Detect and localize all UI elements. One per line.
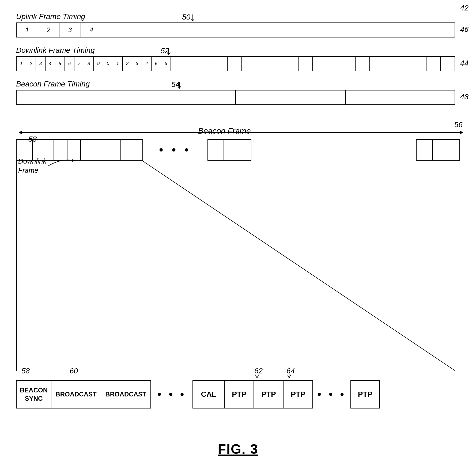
downlink-bar: 1 2 3 4 5 6 7 8 9 0 1 2 3 4 5 6 (16, 56, 455, 71)
uplink-label: Uplink Frame Timing (16, 12, 455, 21)
uplink-arrow-svg (190, 14, 198, 22)
ref64-arrow (281, 367, 297, 380)
beacon-timing-section: Beacon Frame Timing 54 48 (16, 80, 455, 105)
uplink-cell-3: 3 (59, 23, 81, 37)
ref62-arrow (249, 367, 265, 380)
box-ptp-3: PTP (284, 380, 313, 408)
uplink-ref: 42 (460, 4, 469, 12)
bottom-dots-2: • • • (313, 389, 350, 400)
downlink-timing-section: Downlink Frame Timing 52 44 1 2 3 4 5 6 … (16, 46, 455, 71)
downlink-frame-arrow-line (48, 155, 80, 171)
uplink-bar: 1 2 3 4 (16, 22, 455, 37)
box-beacon-sync: BEACONSYNC (16, 380, 51, 408)
box-ptp-1: PTP (225, 380, 254, 408)
uplink-cell-4: 4 (81, 23, 102, 37)
middle-dots: • • • (143, 144, 207, 156)
diagram: Uplink Frame Timing 50 42 46 1 2 3 4 Dow… (0, 0, 476, 473)
fig-label: FIG. 3 (218, 441, 258, 457)
downlink-arrow-svg (166, 48, 174, 56)
box-ptp-last: PTP (350, 380, 380, 408)
box-broadcast-1: BROADCAST (51, 380, 101, 408)
uplink-cell-empty (102, 23, 455, 37)
downlink-label: Downlink Frame Timing (16, 46, 455, 55)
uplink-cell-1: 1 (17, 23, 38, 37)
beacon-timing-bar (16, 90, 455, 105)
uplink-arrow-label: 50 (182, 13, 190, 21)
uplink-ref46: 46 (460, 25, 469, 34)
bottom-ref-58: 58 (21, 367, 30, 375)
svg-marker-2 (460, 131, 463, 134)
svg-line-5 (141, 160, 455, 371)
ref-labels-row: 58 60 62 64 (16, 367, 460, 380)
last-box-group (207, 139, 251, 161)
uplink-cell-2: 2 (38, 23, 59, 37)
beacon-arrow-svg (177, 82, 185, 90)
beacon-timing-ref: 48 (460, 93, 469, 101)
bottom-frame-section: 58 60 62 64 BEACONSYNC BROADCAST BROADCA… (16, 367, 460, 408)
bottom-dots-1: • • • (151, 389, 192, 400)
bottom-frame-boxes: BEACONSYNC BROADCAST BROADCAST • • • CAL… (16, 380, 460, 408)
uplink-timing-section: Uplink Frame Timing 50 42 46 1 2 3 4 (16, 12, 455, 37)
beacon-ref-58: 58 (28, 135, 37, 143)
box-broadcast-2: BROADCAST (101, 380, 151, 408)
downlink-ref: 44 (460, 59, 469, 67)
beacon-frame-label: Beacon Frame (198, 126, 251, 135)
beacon-timing-label: Beacon Frame Timing (16, 80, 455, 88)
bottom-ref-60: 60 (70, 367, 78, 375)
beacon-last-box (416, 139, 460, 161)
box-cal: CAL (192, 380, 225, 408)
downlink-frame-label: DownlinkFrame (18, 157, 47, 175)
box-ptp-2: PTP (254, 380, 284, 408)
beacon-frame-ref: 56 (454, 120, 463, 129)
